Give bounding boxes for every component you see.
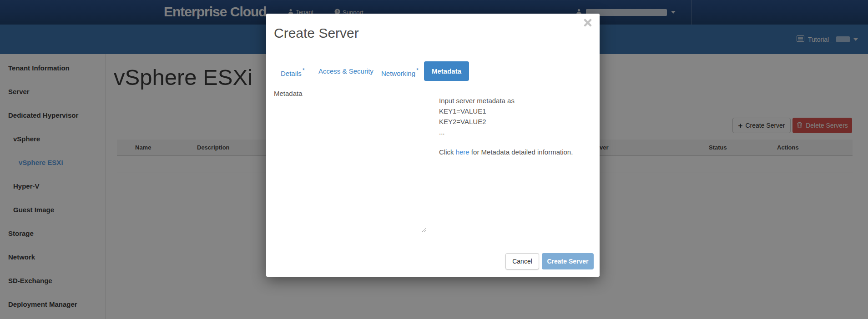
cancel-button[interactable]: Cancel xyxy=(505,253,539,269)
metadata-info-link[interactable]: here xyxy=(456,148,469,156)
metadata-textarea[interactable] xyxy=(274,102,426,232)
tab-networking[interactable]: Networking* xyxy=(381,61,419,81)
help-line: KEY2=VALUE2 xyxy=(439,116,573,127)
metadata-help-text: Input server metadata as KEY1=VALUE1 KEY… xyxy=(439,95,573,157)
screen: Enterprise Cloud Tenant ? Support xyxy=(0,0,868,319)
tab-access-security[interactable]: Access & Security xyxy=(318,61,373,81)
required-marker: * xyxy=(303,67,305,74)
tab-details[interactable]: Details* xyxy=(281,61,305,81)
metadata-field-label: Metadata xyxy=(274,90,303,97)
help-line: Input server metadata as xyxy=(439,95,573,106)
close-icon[interactable] xyxy=(583,18,592,27)
required-marker: * xyxy=(416,67,419,74)
help-line: KEY1=VALUE1 xyxy=(439,106,573,116)
create-server-modal: Create Server Details* Access & Security… xyxy=(266,14,600,277)
help-click-line: Click here for Metadata detailed informa… xyxy=(439,147,573,157)
help-line: ... xyxy=(439,127,573,137)
resize-handle-icon[interactable] xyxy=(420,226,426,234)
modal-title: Create Server xyxy=(274,25,359,41)
modal-create-server-button[interactable]: Create Server xyxy=(542,253,594,269)
tab-metadata[interactable]: Metadata xyxy=(424,61,469,81)
